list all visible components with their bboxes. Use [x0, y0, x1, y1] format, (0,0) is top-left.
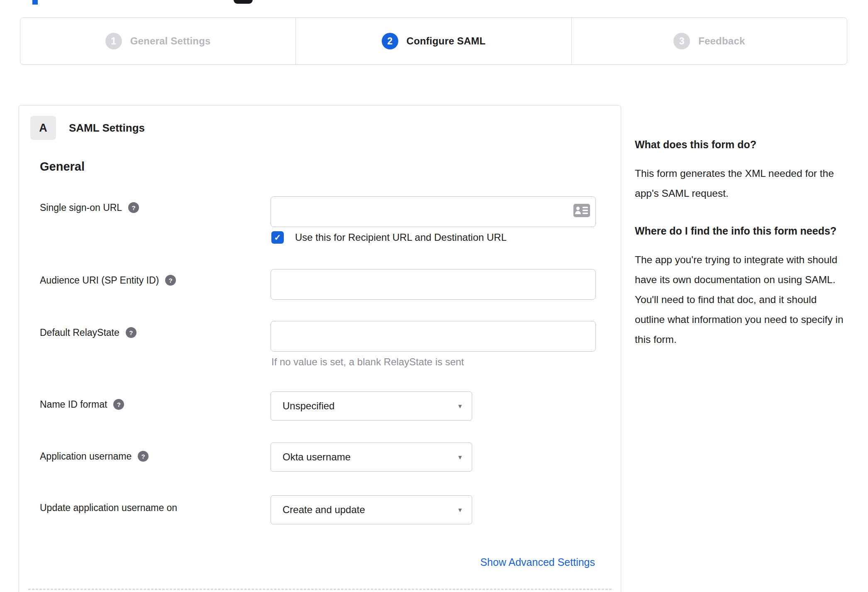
wizard-stepper: 1 General Settings 2 Configure SAML 3 Fe… — [20, 17, 847, 65]
general-heading: General — [40, 160, 85, 174]
app-username-label: Application username ? — [40, 449, 149, 463]
top-edge-blue-fragment — [32, 0, 38, 5]
relay-state-label: Default RelayState ? — [40, 325, 137, 340]
app-username-select[interactable]: Okta username ▾ — [271, 443, 472, 472]
select-value: Okta username — [283, 451, 351, 463]
name-id-format-select[interactable]: Unspecified ▾ — [271, 391, 472, 421]
top-edge-dark-fragment — [234, 0, 253, 4]
help-icon[interactable]: ? — [113, 399, 124, 410]
help-icon[interactable]: ? — [165, 275, 176, 286]
configure-saml-page: 1 General Settings 2 Configure SAML 3 Fe… — [0, 0, 868, 592]
dropdown-arrow-icon: ▾ — [458, 403, 462, 410]
sidebar-heading-what: What does this form do? — [635, 135, 849, 154]
section-title: SAML Settings — [69, 122, 145, 135]
select-value: Create and update — [283, 504, 365, 516]
step-label: Configure SAML — [407, 35, 486, 47]
show-advanced-settings-link[interactable]: Show Advanced Settings — [480, 556, 595, 568]
dropdown-arrow-icon: ▾ — [458, 506, 462, 514]
field-label-text: Audience URI (SP Entity ID) — [40, 275, 159, 286]
sso-url-label: Single sign-on URL ? — [40, 201, 139, 215]
select-value: Unspecified — [283, 400, 334, 412]
field-label-text: Default RelayState — [40, 327, 119, 338]
field-label-text: Name ID format — [40, 399, 107, 410]
step-number-badge: 3 — [673, 33, 690, 49]
help-icon[interactable]: ? — [128, 202, 139, 213]
saml-settings-card: A SAML Settings General Single sign-on U… — [19, 105, 621, 592]
step-label: Feedback — [698, 35, 745, 47]
sidebar-paragraph-where: The app you're trying to integrate with … — [635, 250, 849, 350]
field-label-text: Application username — [40, 451, 132, 462]
relay-state-input[interactable] — [271, 321, 596, 352]
sidebar-paragraph-what: This form generates the XML needed for t… — [635, 164, 849, 203]
help-icon[interactable]: ? — [138, 451, 149, 462]
section-badge-a: A — [30, 116, 56, 140]
field-label-text: Single sign-on URL — [40, 202, 122, 213]
update-username-label: Update application username on — [40, 501, 177, 515]
relay-state-helper-text: If no value is set, a blank RelayState i… — [271, 356, 464, 368]
step-feedback[interactable]: 3 Feedback — [571, 18, 847, 64]
name-id-format-label: Name ID format ? — [40, 397, 124, 411]
sso-url-input[interactable] — [271, 196, 596, 227]
step-general-settings[interactable]: 1 General Settings — [20, 18, 295, 64]
audience-uri-label: Audience URI (SP Entity ID) ? — [40, 273, 176, 287]
dropdown-arrow-icon: ▾ — [458, 454, 462, 461]
update-username-select[interactable]: Create and update ▾ — [271, 495, 472, 524]
field-label-text: Update application username on — [40, 502, 177, 514]
dashed-section-divider — [28, 589, 612, 590]
help-icon[interactable]: ? — [126, 327, 137, 338]
step-number-badge: 2 — [382, 33, 398, 49]
checkmark-icon: ✓ — [274, 232, 281, 242]
step-label: General Settings — [130, 35, 211, 47]
recipient-url-checkbox-label: Use this for Recipient URL and Destinati… — [295, 232, 507, 243]
audience-uri-input[interactable] — [271, 269, 596, 300]
step-configure-saml[interactable]: 2 Configure SAML — [295, 18, 571, 64]
help-sidebar: What does this form do? This form genera… — [635, 135, 849, 368]
sidebar-heading-where: Where do I find the info this form needs… — [635, 222, 849, 240]
step-number-badge: 1 — [105, 33, 122, 49]
recipient-url-checkbox-row: ✓ Use this for Recipient URL and Destina… — [271, 231, 507, 244]
recipient-url-checkbox[interactable]: ✓ — [271, 231, 284, 244]
